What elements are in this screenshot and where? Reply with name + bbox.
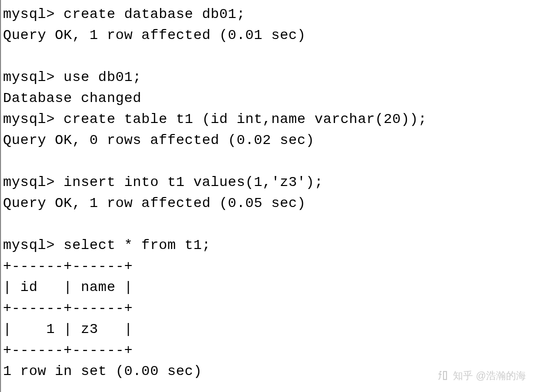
terminal-line-command: mysql> use db01; <box>3 67 534 88</box>
watermark: 知乎 @浩瀚的海 <box>437 368 526 383</box>
blank-line <box>3 214 534 235</box>
table-border: +------+------+ <box>3 340 534 361</box>
terminal-line-output: Query OK, 0 rows affected (0.02 sec) <box>3 130 534 151</box>
terminal-line-command: mysql> select * from t1; <box>3 235 534 256</box>
zhihu-icon <box>437 370 449 382</box>
blank-line <box>3 46 534 67</box>
terminal-line-command: mysql> create database db01; <box>3 4 534 25</box>
table-border: +------+------+ <box>3 256 534 277</box>
watermark-text: 知乎 @浩瀚的海 <box>453 368 526 383</box>
terminal-line-command: mysql> insert into t1 values(1,'z3'); <box>3 172 534 193</box>
terminal-line-command: mysql> create table t1 (id int,name varc… <box>3 109 534 130</box>
terminal-line-output: Query OK, 1 row affected (0.05 sec) <box>3 193 534 214</box>
table-border: +------+------+ <box>3 298 534 319</box>
table-row: | 1 | z3 | <box>3 319 534 340</box>
terminal-line-output: Database changed <box>3 88 534 109</box>
blank-line <box>3 151 534 172</box>
terminal-line-output: Query OK, 1 row affected (0.01 sec) <box>3 25 534 46</box>
table-header: | id | name | <box>3 277 534 298</box>
